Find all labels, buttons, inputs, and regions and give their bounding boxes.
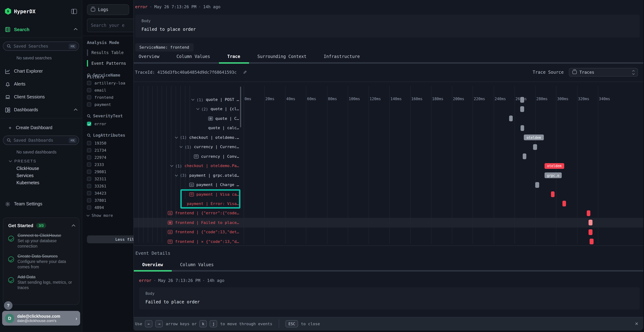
trace-span-bar[interactable] — [562, 201, 566, 206]
chevron-down-icon[interactable] — [175, 173, 178, 176]
trace-tree-row[interactable]: frontend | {"code":13,"det… — [168, 229, 239, 236]
trace-tree-row[interactable]: (2)quote | {cl… — [196, 106, 239, 112]
tab-overview[interactable]: Overview — [134, 260, 172, 271]
filter-option[interactable]: frontend — [87, 94, 134, 101]
sidebar-item-alerts[interactable]: Alerts — [0, 80, 82, 89]
trace-span-bar[interactable] — [551, 192, 555, 197]
chevron-down-icon[interactable] — [170, 164, 173, 167]
checkbox[interactable] — [87, 205, 91, 210]
checkbox[interactable] — [87, 102, 91, 106]
chevron-down-icon[interactable] — [196, 107, 199, 110]
source-select[interactable]: Logs — [87, 4, 129, 15]
arrow-right-key[interactable]: → — [156, 320, 163, 328]
trace-span-bar[interactable] — [535, 182, 539, 188]
create-dashboard-button[interactable]: + Create Dashboard — [0, 124, 82, 132]
trace-tree-row[interactable]: (1)currency | Currenc… — [180, 144, 239, 150]
preset-dashboard-item[interactable]: ClickHouse — [0, 165, 82, 172]
user-menu[interactable]: D dale@clickhouse.com dale@clickhouse.co… — [2, 311, 80, 326]
checkbox[interactable] — [87, 88, 91, 92]
trace-span-bar[interactable] — [523, 154, 526, 159]
chevron-down-icon[interactable] — [180, 145, 183, 148]
tab-infrastructure[interactable]: Infrastructure — [315, 52, 368, 62]
trace-tree-row[interactable]: (1)checkout | oteldemo.… — [175, 134, 239, 141]
saved-dashboards-input[interactable]: Saved Dashboards ⌘K — [3, 136, 79, 145]
checkbox[interactable] — [87, 177, 91, 181]
tab-column-values[interactable]: Column Values — [168, 52, 219, 62]
tab-column-values[interactable]: Column Values — [172, 260, 222, 271]
checkbox[interactable] — [87, 184, 91, 188]
collapse-sidebar-icon[interactable] — [71, 9, 77, 14]
pencil-icon[interactable]: ✎ — [243, 70, 247, 75]
chevron-up-icon[interactable] — [74, 28, 78, 32]
service-name-chip[interactable]: ServiceName: frontend — [135, 43, 194, 52]
arrow-left-key[interactable]: ← — [145, 320, 152, 328]
tab-trace[interactable]: Trace — [218, 52, 249, 62]
trace-tree-row[interactable]: quote | calc… — [208, 125, 239, 131]
sidebar-item-team-settings[interactable]: Team Settings — [0, 199, 82, 208]
trace-tree-row[interactable]: payment | Visa ca… — [189, 191, 239, 198]
filter-option[interactable]: payment — [87, 101, 134, 108]
trace-tree-row[interactable]: (1)checkout | oteldemo.Pa… — [170, 162, 239, 169]
checkbox[interactable] — [87, 122, 91, 126]
sidebar-item-dashboards[interactable]: Dashboards — [0, 105, 82, 114]
get-started-item[interactable]: Connect to ClickHouseSet up your databas… — [8, 233, 75, 249]
checkbox[interactable] — [87, 95, 91, 100]
chevron-down-icon[interactable] — [192, 98, 194, 101]
trace-tree-row[interactable]: (1)quote | POST … — [192, 96, 239, 103]
filter-option[interactable]: 22974 — [87, 154, 134, 161]
checkbox[interactable] — [87, 198, 91, 202]
filter-option[interactable]: 34423 — [87, 190, 134, 197]
filter-option[interactable]: 33261 — [87, 182, 134, 190]
trace-span-bar[interactable]: oteldem — [544, 163, 564, 169]
trace-span-bar[interactable] — [589, 229, 593, 235]
filter-group-header[interactable]: LogAttributes — [87, 132, 134, 138]
sidebar-item-search[interactable]: Search — [0, 25, 82, 34]
trace-span-bar[interactable] — [589, 220, 593, 226]
filter-group-header[interactable]: SeverityText — [87, 113, 134, 119]
filter-option[interactable]: artillery-loa — [87, 80, 134, 86]
checkbox[interactable] — [87, 81, 91, 85]
analysis-mode-option[interactable]: Event Patterns — [87, 60, 134, 66]
presets-toggle[interactable]: PRESETS — [0, 157, 82, 165]
filter-option[interactable]: 4894 — [87, 204, 134, 211]
checkbox[interactable] — [87, 155, 91, 160]
analysis-mode-option[interactable]: Results Table — [87, 49, 134, 56]
filter-option[interactable]: 2333 — [87, 161, 134, 168]
trace-span-bar[interactable] — [520, 97, 524, 102]
trace-span-bar[interactable] — [520, 125, 524, 131]
close-icon[interactable]: × — [635, 321, 638, 327]
trace-span-bar[interactable] — [533, 144, 537, 150]
filter-option[interactable]: 21734 — [87, 147, 134, 154]
j-key[interactable]: j — [210, 320, 217, 328]
trace-span-bar[interactable]: oteldem — [524, 135, 544, 140]
help-button[interactable]: ? — [4, 301, 12, 310]
trace-span-bar[interactable] — [509, 116, 513, 122]
trace-tree-row[interactable]: payment | Charge … — [189, 182, 239, 188]
sidebar-item-client-sessions[interactable]: Client Sessions — [0, 92, 82, 102]
preset-dashboard-item[interactable]: Kubernetes — [0, 179, 82, 186]
trace-span-bar[interactable] — [520, 106, 524, 112]
saved-searches-input[interactable]: Saved Searches ⌘K — [3, 42, 79, 51]
chevron-down-icon[interactable] — [175, 136, 178, 138]
chevron-up-icon[interactable] — [72, 224, 75, 228]
trace-tree-row[interactable]: frontend | × {"code":13,"d… — [168, 238, 239, 245]
checkbox[interactable] — [87, 141, 91, 145]
filter-option[interactable]: email — [87, 86, 134, 94]
trace-tree-row[interactable]: quote | C… — [208, 116, 239, 122]
trace-tree-row[interactable]: payment | Error: Visa… — [187, 200, 239, 207]
esc-key[interactable]: ESC — [286, 320, 298, 328]
trace-span-bar[interactable] — [590, 239, 594, 244]
checkbox[interactable] — [87, 162, 91, 167]
filter-option[interactable]: 32311 — [87, 175, 134, 182]
trace-tree-row[interactable]: (3)payment | grpc.oteld… — [175, 172, 239, 178]
filter-option[interactable]: 29081 — [87, 168, 134, 175]
sidebar-item-chart-explorer[interactable]: Chart Explorer — [0, 66, 82, 76]
tree-scrollbar[interactable] — [240, 86, 241, 127]
trace-source-select[interactable]: Traces — [569, 68, 638, 76]
show-more-button[interactable]: Show more — [87, 212, 134, 219]
trace-span-bar[interactable] — [586, 210, 590, 216]
trace-tree-row[interactable]: currency | Conv… — [194, 153, 239, 160]
less-filters-button[interactable]: Less fil — [87, 236, 134, 243]
chevron-up-icon[interactable] — [74, 108, 78, 112]
filter-option[interactable]: 19350 — [87, 140, 134, 147]
